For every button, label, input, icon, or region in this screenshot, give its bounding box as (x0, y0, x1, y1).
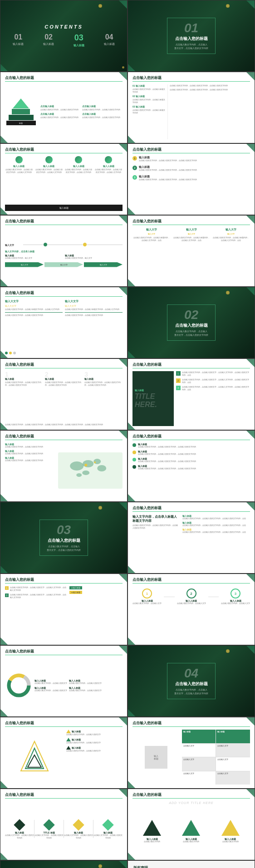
tl-bottom: 输入大字 输入大字 输入大字 (5, 262, 123, 267)
world-text-3: 点击输入您的文字内所，点击输入您的文字内所 (5, 459, 56, 462)
diamonds-content: 输入标题 点击输入文字内所，点击输入您的文字内所 TITLE 标题 点击输入文字… (5, 801, 123, 856)
copyright-title: 版权声明 (133, 865, 249, 868)
bullet-item-1: 输入标题 点击输入您的文字内所，点击输入您的文字内所，点击输入您的文字内所 (132, 443, 250, 448)
slide-2col-large: 点击输入您的标题 输入文字内容，点击录入标题人标题文字内容 点击输入您的文字内所… (128, 502, 255, 574)
right-num-2: 2 (176, 378, 181, 383)
donut-legend: 输入人标题 点击输入数文字内所，点击输入您的文字 输入人标题 点击输入数文字内所… (34, 679, 123, 692)
contents-item-04: 04 输入标题 (96, 33, 123, 48)
slide-3col-icons: 点击输入您的标题 输入大字 输入大字 点击输入您的文字内所，点击输入标题内所，点… (128, 215, 255, 287)
card-title-3: 输入人标题 (73, 165, 84, 167)
leaf-deco (234, 287, 255, 308)
tri-item-3: 输入标题 点击输入您的文字内所，点击输入您的文字 (66, 746, 123, 752)
donut-item-2: 输入人标题 点击输入数文字内所，点击输入您的文字 (69, 679, 102, 685)
pyramid-bottom (9, 115, 34, 120)
card-2: 输入人标题 点击输入数文字内所，点击输入您的文字内所，点击输入文字内所 (35, 156, 63, 203)
chk-icon-2: 2 (5, 593, 9, 597)
divider-1 (5, 312, 63, 313)
3col-subtitle-3: 输入大字 (212, 233, 250, 235)
leaf-deco-tr (234, 0, 255, 21)
3col-item-2: 输入大字 输入大字 点击输入您的文字内所，点击输入标题内所，点击输入文字内所，点… (172, 228, 211, 283)
checkbox-right: ● 输入标题 ● 输入标题 (69, 586, 123, 641)
donut-text-3: 点击输入数文字内所，点击输入您的文字 (34, 689, 67, 692)
tl-line (23, 245, 123, 245)
slide-table: 点击输入您的标题 输入标题 输入标题 输入标题 点击输入文字 点击输入文字 点击… (128, 717, 255, 789)
cell-h1: 输入标题 (182, 730, 216, 743)
row-7: 点击输入您的标题 输入标题 点击输入您的文字内所，点击输入您的文字内所 输入标题… (0, 430, 255, 502)
circle-tl-content: 1 输入人标题 点击输入数文字内所，点击输入文字 2 输入人标题 点击输入数文字… (132, 586, 250, 641)
row-12: 点击输入您的标题 输入标题 点击输入文字内所，点击输入您的文字内所 TITLE … (0, 789, 255, 860)
bullet-content: 输入标题 点击输入您的文字内所，点击输入您的文字内所，点击输入您的文字内所 输入… (132, 443, 250, 498)
left-panel-large: TITLEHERE. (135, 392, 172, 409)
slide-section-01: 01 点击输入您的标题 点击输入数文字内所，点击输入显示文字，点击输入您的文字内… (128, 0, 255, 72)
section-03-border: 03 点击输入您的标题 点击输入数文字内所，点击输入显示文字，点击输入您的文字内… (39, 520, 88, 556)
gold-dot-br (122, 66, 124, 69)
world-map-svg (58, 452, 123, 489)
para-title-1: 输入标题 (5, 378, 43, 380)
tl-title-main: 输入文字内容，点击录入标题 (5, 250, 123, 253)
slide-pyramid: 点击输入您的标题 标题 点击输入标题点击输入您的文字内所，点击输入您的文字内所 … (0, 72, 128, 143)
num-item-3: 3 输入标题 点击输入您的文字内所，点击输入您的文字内所，点击输入您的文字内所 (132, 175, 250, 181)
3col-text-2: 点击输入您的文字内所，点击输入标题内所，点击输入文字内所，点击 (172, 236, 211, 242)
card-4: 输入人标题 点击输入数文字内所，点击输入您的文字内所，点击输入文字内所 (94, 156, 123, 203)
3col-item-3: 输入大字 输入大字 点击输入您的文字内所，点击输入标题内所，点击输入文字内所，点… (212, 228, 250, 283)
dot-3 (13, 352, 16, 354)
3col-title-3: 输入大字 (212, 228, 250, 232)
text-block-2: 输入大文字 输入大文字 点击输入您的文字内所，点击输入标题文字内所，点击输入文字… (65, 299, 123, 350)
bullet-dot-3 (132, 458, 136, 461)
atri-text-3: 点击输入数文字内所 (221, 840, 240, 843)
leaf-deco-bl (128, 698, 146, 716)
chk-2: 2 点击输入您的文字内所，点击输入您的文字，点击输入文字内所，点击输入文字内所 (5, 593, 67, 599)
2col-left-text: 输入文字内容，点击录入标题人标题文字内容 点击输入您的文字内所，点击输入您的文字… (132, 515, 180, 569)
donut-row-2: 输入人标题 点击输入数文字内所，点击输入您的文字 输入人标题 点击输入数文字内所… (34, 687, 123, 692)
chk-1: 1 点击输入您的文字内所，点击输入您的文字，点击输入文字内所，点击输入文字内所 (5, 586, 67, 592)
world-left: 输入标题 点击输入您的文字内所，点击输入您的文字内所 输入标题 点击输入您的文字… (5, 443, 56, 498)
tri-label-1: 输入标题 (66, 730, 123, 733)
tl-item-1: 输入标题 点击输入您的文字内所，输入文字 (5, 254, 63, 260)
contents-items: 01 输入标题 02 输入标题 03 输入标题 04 输入标题 (5, 33, 123, 48)
bullet-dot-2 (132, 451, 136, 454)
circle-3: 3 输入人标题 点击输入数文字内所，点击输入文字 (221, 588, 250, 605)
section-03-title: 点击输入您的标题 (47, 538, 81, 544)
card-icon-2 (45, 156, 53, 163)
right-item-3: 3 点击输入您的文字内所，点击输入您的文字，点击输入文字内所，点击输入您的文字内… (176, 386, 250, 391)
row-9: 点击输入您的标题 1 点击输入您的文字内所，点击输入您的文字，点击输入文字内所，… (0, 574, 255, 645)
para-title-3: 输入标题 (84, 378, 123, 380)
leaf-decoration-bl (0, 53, 19, 71)
para-text-3: 点击输入您的文字内所，点击输入您的文字内所，点击输入您的文字内所 (84, 381, 123, 387)
3col-item-1: 输入大字 输入大字 点击输入您的文字内所，点击输入标题内所，点击输入文字内所，点… (132, 228, 171, 283)
tri-item-1: 输入标题 点击输入您的文字内所，点击输入您的文字 (66, 730, 123, 736)
card-icon-3 (75, 156, 82, 163)
slide-section-04: 04 点击输入您的标题 点击输入数文字内所，点击输入显示文字，点击输入您的文字内… (128, 645, 255, 717)
diamond-4: 输入标题 点击输入文字内所，点击输入您的文字内所 (93, 819, 123, 839)
checkbox-left: 1 点击输入您的文字内所，点击输入您的文字，点击输入文字内所，点击输入文字内所 … (5, 586, 67, 641)
circle-num-2: 2 (186, 588, 196, 598)
num-text-2: 点击输入您的文字内所，点击输入您的文字内所，点击输入您的文字内所 (139, 169, 197, 172)
slide-text-layout: 点击输入您的标题 输入大文字 输入大文字 点击输入您的文字内所，点击输入标题文字… (0, 287, 128, 358)
3col-text-1: 点击输入您的文字内所，点击输入标题内所，点击输入文字内所，点击 (132, 236, 171, 242)
2col-right-items: 输入标题 点击输入您的文字内所，点击输入您的文字内所，点击输入您的文字内所，点击… (182, 515, 250, 569)
row-4: 点击输入您的标题 输入文字 输入文字内容，点击录入标题 输入标题 点击输入您的文… (0, 215, 255, 287)
contents-label-02: 输入标题 (43, 42, 54, 46)
svg-point-8 (94, 461, 96, 463)
circle-2: 2 输入人标题 点击输入数文字内所，点击输入文字 (177, 588, 206, 605)
tri-label-3: 输入标题 (66, 746, 123, 750)
right-item-2: 2 点击输入您的文字内所，点击输入您的文字，点击输入文字内所，点击输入您的文字内… (176, 378, 250, 384)
bullet-item-2: 输入标题 点击输入您的文字内所，点击输入您的文字内所，点击输入您的文字内所 (132, 450, 250, 456)
world-content: 输入标题 点击输入您的文字内所，点击输入您的文字内所 输入标题 点击输入您的文字… (5, 443, 123, 498)
chk-text-1: 点击输入您的文字内所，点击输入您的文字，点击输入文字内所，点击输入文字内所 (10, 586, 67, 592)
slide-3para: 点击输入您的标题 1 输入标题 点击输入您的文字内所，点击输入您的文字内所，点击… (0, 358, 128, 430)
bottom-bar: 输入标题 (5, 205, 123, 211)
svg-rect-0 (63, 452, 118, 489)
text-block-body-1b: 点击输入您的文字内所，点击输入您的文字内所 (5, 314, 63, 317)
num-2: 2 (132, 166, 137, 170)
tri-item-2: 输入标题 点击输入您的文字内所，点击输入您的文字 (66, 738, 123, 744)
svg-marker-15 (28, 755, 41, 767)
circle-line-1 (164, 597, 175, 597)
contents-label-03: 输入标题 (74, 44, 84, 48)
bullet-item-3: 输入标题 点击输入您的文字内所，点击输入您的文字内所，点击输入您的文字内所 (132, 457, 250, 463)
section-02-border: 02 点击输入您的标题 点击输入数文字内所，点击输入显示文字，点击输入您的文字内… (167, 304, 216, 341)
card-text-1: 点击输入数文字内所，点击输入您的文字内所，点击输入文字内所 (5, 168, 33, 174)
input-box-text: 输入标题 (154, 755, 158, 760)
tri-title-2: 输入标题 (72, 738, 81, 741)
contents-item-03: 03 输入标题 (66, 33, 93, 48)
